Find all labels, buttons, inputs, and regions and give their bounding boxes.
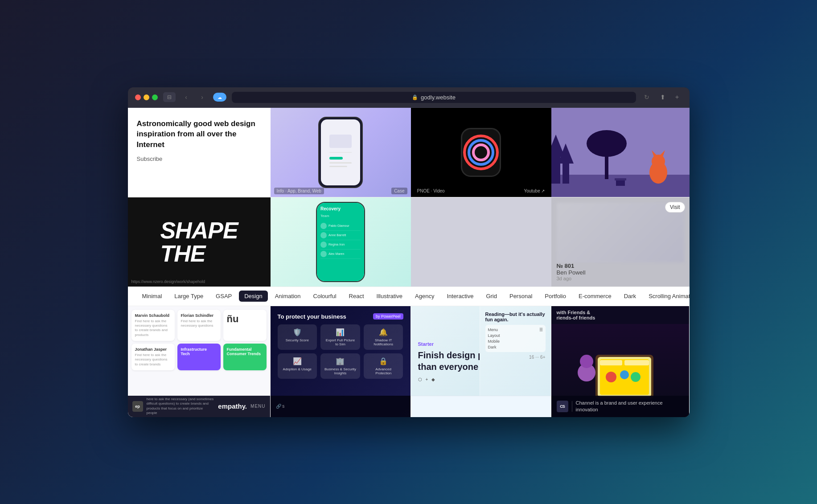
- recovery-phone: Recovery Team Pablo Glamour Anne Barrett: [316, 202, 365, 282]
- svg-rect-29: [600, 360, 622, 365]
- shape-url: https://www.nzero.design/work/shapehold: [131, 279, 205, 284]
- filter-personal[interactable]: Personal: [504, 291, 538, 302]
- filter-minimal[interactable]: Minimal: [137, 291, 168, 302]
- filter-large-type[interactable]: Large Type: [169, 291, 209, 302]
- starter-feat-2: ◆: [431, 377, 435, 382]
- security-tile: To protect your business by PowerPeel 🛡️…: [271, 306, 411, 417]
- recovery-sublabel: Team: [320, 214, 361, 218]
- security-icons-grid: 🛡️ Security Score 📊 Export Full Picture …: [278, 324, 403, 379]
- ring-pink: [472, 143, 490, 161]
- tile-author: Ben Powell: [557, 269, 684, 276]
- svg-point-16: [652, 155, 665, 168]
- mini-card-jonathan: Jonathan Jasper Find here to ask the nec…: [131, 344, 175, 370]
- phone-screen: [321, 119, 360, 185]
- blurred-bg: [557, 203, 684, 262]
- svg-rect-4: [329, 162, 352, 164]
- url-bar[interactable]: 🔒 godly.website: [232, 92, 636, 103]
- starter-bottom-bar: [411, 396, 551, 417]
- security-domain-tag: 🔗 s: [276, 404, 285, 409]
- benpowell-tile[interactable]: Visit № 801 Ben Powell 3d ago: [551, 197, 690, 287]
- svg-rect-11: [562, 161, 569, 184]
- maximize-button[interactable]: [152, 94, 158, 100]
- filter-scrolling[interactable]: Scrolling Animation: [643, 291, 689, 302]
- svg-point-27: [620, 370, 629, 379]
- browser-actions: ⬆ ＋: [657, 92, 682, 102]
- intro-title: Astronomically good web design inspirati…: [137, 119, 262, 150]
- shape-text-container: SHAPETHE: [151, 210, 246, 274]
- security-header: To protect your business by PowerPeel: [278, 313, 403, 320]
- sec-icon-adoption: 📈 Adoption & Usage: [278, 353, 317, 379]
- mini-card-infrastructure: Infrastructure Tech: [177, 344, 221, 370]
- tile-time: 3d ago: [557, 276, 684, 281]
- refresh-button[interactable]: ↻: [641, 92, 652, 102]
- shape-tile[interactable]: SHAPETHE https://www.nzero.design/work/s…: [128, 197, 271, 287]
- filter-bar: Minimal Large Type GSAP Design Animation…: [128, 287, 690, 306]
- svg-point-28: [631, 372, 640, 382]
- svg-point-26: [606, 372, 616, 382]
- filter-ecommerce[interactable]: E-commerce: [573, 291, 617, 302]
- sec-icon-business: 🏢 Business & Security Insights: [320, 353, 360, 379]
- svg-rect-30: [624, 360, 649, 365]
- filter-animation[interactable]: Animation: [270, 291, 306, 302]
- lock-icon: 🔒: [412, 94, 418, 100]
- forward-button[interactable]: ›: [197, 92, 208, 102]
- recovery-item-2: Anne Barrett: [320, 231, 361, 240]
- fox-tile[interactable]: [551, 108, 690, 197]
- tile2-right-label: Youtube ↗: [521, 188, 547, 194]
- traffic-lights: [135, 94, 158, 100]
- filter-illustrative[interactable]: Illustrative: [371, 291, 408, 302]
- empathy-overlay: ep here to ask the necessary (and someti…: [128, 396, 270, 417]
- empathy-logo-icon: ep: [132, 401, 143, 412]
- visit-button[interactable]: Visit: [665, 202, 685, 213]
- channel-desc: Channel is a brand and user experience i…: [575, 400, 683, 413]
- share-button[interactable]: ⬆: [657, 92, 668, 102]
- top-grid-row2: SHAPETHE https://www.nzero.design/work/s…: [128, 197, 690, 287]
- svg-rect-9: [551, 152, 560, 184]
- tile2-left-label: PNOE · Video: [415, 188, 448, 194]
- minimize-button[interactable]: [144, 94, 149, 100]
- watch-display: [461, 128, 501, 177]
- empathy-brand: empathy.: [218, 402, 247, 410]
- empathy-tagline: here to ask the necessary (and sometimes…: [147, 397, 215, 416]
- mini-card-florian: Florian Schindler Find here to ask the n…: [177, 310, 221, 341]
- filter-react[interactable]: React: [344, 291, 369, 302]
- shape-heading: SHAPETHE: [160, 219, 238, 265]
- filter-interactive[interactable]: Interactive: [441, 291, 479, 302]
- back-button[interactable]: ‹: [181, 92, 192, 102]
- filter-dark[interactable]: Dark: [619, 291, 641, 302]
- card-grid-tile: Marvin Schaubold Find here to ask the ne…: [128, 306, 271, 417]
- watch-tile[interactable]: PNOE · Video Youtube ↗: [411, 108, 551, 197]
- recovery-screen: Recovery Team Pablo Glamour Anne Barrett: [317, 203, 364, 281]
- phone-tile[interactable]: Info · App, Brand, Web Case: [271, 108, 411, 197]
- recovery-item-4: Alex Maren: [320, 250, 361, 259]
- filter-grid[interactable]: Grid: [480, 291, 502, 302]
- mini-card-fundamental: Fundamental Consumer Trends: [223, 344, 267, 370]
- filter-portfolio[interactable]: Portfolio: [539, 291, 571, 302]
- filter-design[interactable]: Design: [239, 291, 267, 302]
- svg-rect-1: [329, 135, 352, 148]
- tile-number: № 801: [557, 262, 684, 269]
- svg-point-22: [580, 355, 593, 368]
- filter-agency[interactable]: Agency: [410, 291, 439, 302]
- sec-icon-shield: 🛡️ Security Score: [278, 324, 317, 350]
- filter-gsap[interactable]: GSAP: [210, 291, 237, 302]
- browser-logo: ☁: [213, 93, 226, 102]
- subscribe-button[interactable]: Subscribe: [137, 156, 262, 162]
- sec-icon-export: 📊 Export Full Picture to Sim: [320, 324, 360, 350]
- bottom-grid: Marvin Schaubold Find here to ask the ne…: [128, 306, 690, 417]
- new-tab-button[interactable]: ＋: [672, 92, 682, 102]
- game-tile: with Friends & riends-of friends: [551, 306, 690, 417]
- recovery-tile[interactable]: Recovery Team Pablo Glamour Anne Barrett: [271, 197, 411, 287]
- url-text: godly.website: [421, 94, 456, 101]
- game-scene: with Friends & riends-of friends: [551, 306, 689, 417]
- security-title: To protect your business: [278, 313, 346, 320]
- close-button[interactable]: [135, 94, 141, 100]
- filter-colourful[interactable]: Colourful: [308, 291, 342, 302]
- mini-card-nu: ñu: [223, 310, 267, 341]
- middle-placeholder-tile: [411, 197, 551, 287]
- cs-logo: CS: [557, 401, 568, 412]
- sec-icon-advanced: 🔒 Advanced Protection: [364, 353, 403, 379]
- top-grid-row1: Astronomically good web design inspirati…: [128, 108, 690, 197]
- sidebar-toggle[interactable]: ⊟: [163, 92, 176, 102]
- starter-feat-plus: +: [426, 377, 428, 382]
